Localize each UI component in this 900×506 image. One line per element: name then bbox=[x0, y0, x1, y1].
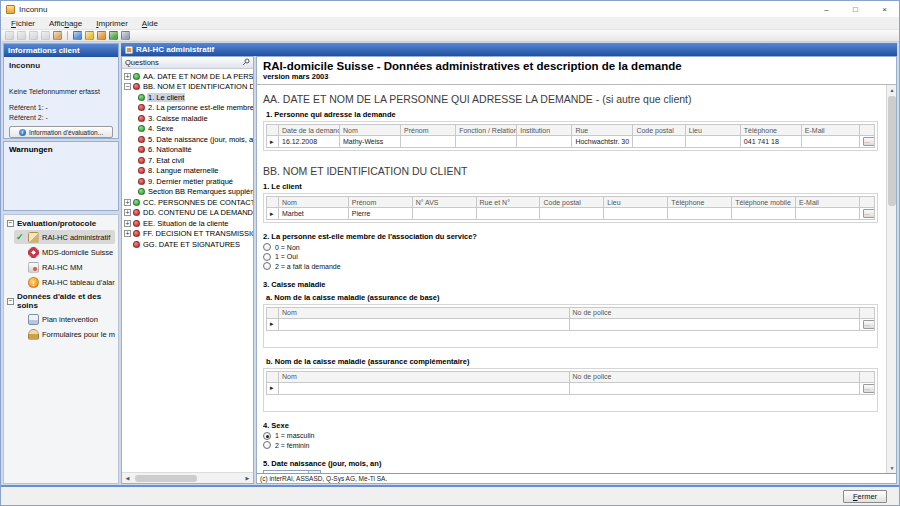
plus-expander-icon[interactable]: + bbox=[124, 73, 131, 80]
grid-cell-pr-nom[interactable] bbox=[401, 136, 456, 148]
tree-item-4-sexe[interactable]: 4. Sexe bbox=[122, 124, 253, 135]
grid-cell-e-mail[interactable] bbox=[801, 136, 859, 148]
grid-cell-code-postal[interactable] bbox=[540, 208, 604, 220]
radio-option-0-non[interactable]: 0 = Non bbox=[263, 243, 880, 252]
hscroll-thumb[interactable] bbox=[135, 475, 197, 482]
refresh-icon[interactable] bbox=[109, 31, 118, 40]
plus-expander-icon[interactable]: + bbox=[124, 230, 131, 237]
tree-item-aa-date-et-nom-de-la-personne-[interactable]: +AA. DATE ET NOM DE LA PERSONNE QUI AD bbox=[122, 71, 253, 82]
close-button[interactable]: × bbox=[870, 1, 899, 17]
menu-imprimer[interactable]: Imprimer bbox=[89, 17, 135, 29]
tree-item-2-la-personne-est-elle-membre-[interactable]: 2. La personne est-elle membre de l'asso… bbox=[122, 103, 253, 114]
radio-icon[interactable] bbox=[263, 253, 271, 261]
grid-cell-nom[interactable]: Mathy-Weiss bbox=[340, 136, 401, 148]
scroll-down-icon[interactable]: ▼ bbox=[887, 463, 897, 473]
protocol-item-rai-hc-mm[interactable]: ✓RAI-HC MM bbox=[14, 260, 115, 274]
form-vscrollbar[interactable]: ▲ ▼ bbox=[886, 85, 896, 473]
protocol-item-formulaires-pour-le-m-decin[interactable]: ✓Formulaires pour le médecin bbox=[14, 327, 115, 341]
protocol-item-rai-hc-tableau-d-alarmes[interactable]: ✓RAI-HC tableau d'alarmes bbox=[14, 275, 115, 289]
grid-cell-code-postal[interactable] bbox=[633, 136, 685, 148]
grid-cell-t-l-phone-mobile[interactable] bbox=[732, 208, 796, 220]
collapse-icon[interactable]: − bbox=[7, 220, 14, 227]
tree-item-7-etat-civil[interactable]: 7. Etat civil bbox=[122, 155, 253, 166]
ellipsis-button[interactable]: … bbox=[863, 137, 875, 146]
client-record-icon[interactable] bbox=[53, 31, 62, 40]
tree-item-5-date-naissance-jour-mois-an[interactable]: 5. Date naissance (jour, mois, an) bbox=[122, 134, 253, 145]
radio-icon[interactable] bbox=[263, 441, 271, 449]
save-icon[interactable] bbox=[85, 31, 94, 40]
vscroll-thumb[interactable] bbox=[888, 96, 896, 206]
tree-item-bb-nom-et-identification-du-cl[interactable]: −BB. NOM ET IDENTIFICATION DU CLIENT bbox=[122, 82, 253, 93]
menu-affichage[interactable]: Affichage bbox=[42, 17, 89, 29]
grid-data-row[interactable]: ▸… bbox=[267, 318, 875, 330]
lock-icon[interactable] bbox=[97, 31, 106, 40]
radio-icon[interactable] bbox=[263, 262, 271, 270]
grid-cell-lieu[interactable] bbox=[685, 136, 740, 148]
plus-expander-icon[interactable]: + bbox=[124, 209, 131, 216]
status-red-icon bbox=[133, 83, 140, 90]
protocol-item-plan-intervention[interactable]: ✓Plan intervention bbox=[14, 312, 115, 326]
ellipsis-button[interactable]: … bbox=[863, 320, 875, 329]
tree-item-8-langue-maternelle[interactable]: 8. Langue maternelle bbox=[122, 166, 253, 177]
grid-cell-nom[interactable]: Marbet bbox=[279, 208, 349, 220]
section-title: Evaluation/protocole bbox=[17, 219, 96, 228]
tree-item-ee-situation-de-la-cliente[interactable]: +EE. Situation de la cliente bbox=[122, 218, 253, 229]
tree-item-3-caisse-maladie[interactable]: 3. Caisse maladie bbox=[122, 113, 253, 124]
radio-option-2-a-fait-la-demande[interactable]: 2 = a fait la demande bbox=[263, 262, 880, 271]
protocol-item-rai-hc-administratif[interactable]: ✓RAI-HC administratif bbox=[14, 230, 115, 244]
sync-icon[interactable] bbox=[73, 31, 82, 40]
plus-expander-icon[interactable]: + bbox=[124, 220, 131, 227]
grid-data-row[interactable]: ▸… bbox=[267, 382, 875, 394]
scroll-left-icon[interactable]: ◀ bbox=[122, 473, 133, 484]
tree-hscrollbar[interactable]: ◀ ▶ bbox=[122, 472, 253, 483]
collapse-icon[interactable]: − bbox=[7, 298, 14, 305]
maximize-button[interactable]: □ bbox=[841, 1, 870, 17]
tree-item-9-dernier-m-tier-pratiqu[interactable]: 9. Dernier métier pratiqué bbox=[122, 176, 253, 187]
menu-aide[interactable]: Aide bbox=[135, 17, 165, 29]
tree-item-ff-decision-et-transmission[interactable]: +FF. DECISION ET TRANSMISSION bbox=[122, 229, 253, 240]
client-info-header: Informations client bbox=[4, 44, 118, 57]
tree-item-1-le-client[interactable]: 1. Le client bbox=[122, 92, 253, 103]
tree-item-dd-contenu-de-la-demande[interactable]: +DD. CONTENU DE LA DEMANDE bbox=[122, 208, 253, 219]
scroll-up-icon[interactable]: ▲ bbox=[887, 85, 897, 95]
radio-icon[interactable] bbox=[263, 432, 271, 440]
ellipsis-button[interactable]: … bbox=[863, 209, 875, 218]
grid-cell-no-de-police[interactable] bbox=[569, 318, 860, 330]
grid-data-row[interactable]: ▸MarbetPierre… bbox=[267, 208, 875, 220]
tree-item-section-bb-remarques-suppl-men[interactable]: Section BB Remarques supplémentaires bbox=[122, 187, 253, 198]
print-preview-icon[interactable] bbox=[121, 31, 130, 40]
tree-item-gg-date-et-signatures[interactable]: GG. DATE ET SIGNATURES bbox=[122, 239, 253, 250]
grid-cell-institution[interactable] bbox=[517, 136, 572, 148]
pin-icon[interactable] bbox=[242, 58, 250, 68]
menu-fichier[interactable]: Fichier bbox=[4, 17, 42, 29]
grid-cell-fonction-relation[interactable] bbox=[456, 136, 517, 148]
radio-option-1-oui[interactable]: 1 = Oui bbox=[263, 253, 880, 262]
grid-cell-rue-et-n[interactable] bbox=[476, 208, 540, 220]
grid-data-row[interactable]: ▸16.12.2008Mathy-WeissHochwachtstr. 3004… bbox=[267, 136, 875, 148]
radio-option-2-f-minin[interactable]: 2 = féminin bbox=[263, 441, 880, 450]
radio-option-1-masculin[interactable]: 1 = masculin bbox=[263, 432, 880, 441]
plus-expander-icon[interactable]: + bbox=[124, 199, 131, 206]
grid-cell-nom[interactable] bbox=[279, 318, 570, 330]
grid-cell-t-l-phone[interactable] bbox=[668, 208, 732, 220]
grid-cell-date-de-la-demande[interactable]: 16.12.2008 bbox=[279, 136, 340, 148]
minus-expander-icon[interactable]: − bbox=[124, 83, 131, 90]
tree-item-6-nationalit[interactable]: 6. Nationalité bbox=[122, 145, 253, 156]
evaluation-info-button[interactable]: i Information d'évaluation... bbox=[9, 126, 113, 138]
grid-cell-e-mail[interactable] bbox=[796, 208, 860, 220]
grid-cell-t-l-phone[interactable]: 041 741 18 bbox=[740, 136, 801, 148]
ellipsis-button[interactable]: … bbox=[863, 384, 875, 393]
grid-cell-lieu[interactable] bbox=[604, 208, 668, 220]
grid-cell-no-de-police[interactable] bbox=[569, 382, 860, 394]
grid-cell-n-avs[interactable] bbox=[412, 208, 476, 220]
close-form-button[interactable]: Fermer bbox=[843, 490, 887, 503]
grid-cell-pr-nom[interactable]: Pierre bbox=[348, 208, 412, 220]
grid-cell-nom[interactable] bbox=[279, 382, 570, 394]
scroll-right-icon[interactable]: ▶ bbox=[242, 473, 253, 484]
tree-item-cc-personnes-de-contact[interactable]: +CC. PERSONNES DE CONTACT bbox=[122, 197, 253, 208]
minimize-button[interactable]: – bbox=[812, 1, 841, 17]
radio-icon[interactable] bbox=[263, 243, 271, 251]
protocol-item-mds-domicile-suisse[interactable]: ✓MDS-domicile Suisse bbox=[14, 245, 115, 259]
grid-cell-rue[interactable]: Hochwachtstr. 30 bbox=[572, 136, 633, 148]
row-selector-header bbox=[267, 371, 279, 382]
